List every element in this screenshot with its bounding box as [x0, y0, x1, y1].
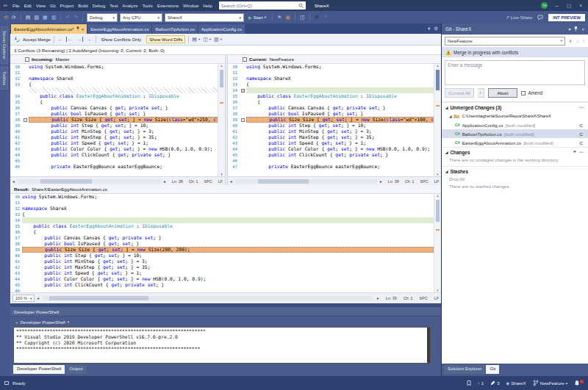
- incoming-scrollbar[interactable]: ▲▼: [218, 64, 225, 176]
- take-change-checkbox[interactable]: [24, 118, 27, 122]
- new-terminal-icon[interactable]: +: [15, 319, 18, 325]
- menu-debug[interactable]: Debug: [90, 4, 108, 8]
- commit-message-input[interactable]: Enter a message: [445, 60, 585, 85]
- close-tab-icon[interactable]: ×: [82, 26, 85, 32]
- tool-tab-git[interactable]: Git: [486, 365, 499, 374]
- notifications-button[interactable]: [574, 380, 584, 386]
- comment-icon[interactable]: ▝: [322, 15, 327, 21]
- panel-close-icon[interactable]: ×: [581, 27, 584, 32]
- result-scrollbar[interactable]: ▲▼: [434, 194, 441, 292]
- current-hscrollbar[interactable]: ◂▸ Ln: 39 Ch: 1 SPC LF: [228, 176, 441, 185]
- menu-tools[interactable]: Tools: [140, 4, 155, 8]
- next-change-icon[interactable]: →: [86, 37, 93, 42]
- build-icon[interactable]: ▣: [284, 15, 291, 21]
- unmerged-more-icon[interactable]: ⋯: [579, 104, 584, 110]
- menu-help[interactable]: Help: [201, 4, 214, 8]
- pin-icon[interactable]: [76, 26, 79, 32]
- start-debug-button[interactable]: ▶ Start▾: [246, 15, 268, 20]
- take-change-checkbox[interactable]: ✓: [241, 89, 245, 93]
- terminal-scrollbar[interactable]: [427, 328, 430, 363]
- startup-project-select[interactable]: ShareX▾: [165, 13, 244, 22]
- take-change-checkbox[interactable]: [241, 118, 245, 122]
- int-preview-button[interactable]: INT PREVIEW: [548, 14, 585, 21]
- branch-button[interactable]: NewFeature ▴: [533, 380, 567, 386]
- nav-forward-icon[interactable]: ⟳: [11, 15, 17, 21]
- stashes-section[interactable]: ◢ Stashes: [442, 166, 588, 176]
- live-share-button[interactable]: ↗ Live Share: [506, 15, 533, 20]
- menu-git[interactable]: Git: [48, 4, 58, 8]
- pin-icon[interactable]: [574, 26, 578, 32]
- solution-config-select[interactable]: Debug▾: [87, 13, 118, 22]
- minimize-button[interactable]: ─: [555, 3, 559, 9]
- panel-tab-output[interactable]: Output: [65, 365, 86, 374]
- tool-tab-solution-explorer[interactable]: Solution Explorer: [444, 365, 485, 374]
- menu-extensions[interactable]: Extensions: [155, 4, 181, 8]
- unmerged-changes-section[interactable]: ◢ Unmerged Changes (3) ⋯: [442, 102, 588, 112]
- menu-test[interactable]: Test: [107, 4, 120, 8]
- menu-edit[interactable]: Edit: [22, 4, 34, 8]
- menu-view[interactable]: View: [34, 4, 48, 8]
- menu-project[interactable]: Project: [58, 4, 76, 8]
- document-tab[interactable]: BalloonTipAction.cs: [152, 24, 197, 34]
- terminal-instance-select[interactable]: Developer PowerShell: [21, 319, 65, 325]
- gear-icon[interactable]: ⚙: [434, 26, 438, 32]
- close-button[interactable]: ×: [579, 3, 582, 9]
- incoming-hscrollbar[interactable]: ◂▸ Ln: 38 Ch: 1 SPC LF: [10, 176, 225, 185]
- changes-more-icon[interactable]: ⋯: [579, 149, 584, 154]
- bookmark-icon[interactable]: ⚑: [314, 15, 320, 21]
- side-tab-server-explorer[interactable]: Server Explorer: [1, 26, 8, 64]
- last-conflict-icon[interactable]: →: [76, 37, 84, 42]
- document-tab[interactable]: EasterEggAboutAnimation.cs: [87, 24, 151, 34]
- tab-overflow-icon[interactable]: ▾: [428, 26, 430, 32]
- show-word-diffs-toggle[interactable]: Show Word Diffs: [146, 35, 185, 43]
- unmerged-file-row[interactable]: C#EasterEggAboutAnimation.cs[both modifi…: [442, 138, 588, 147]
- save-all-icon[interactable]: ▥: [51, 15, 57, 21]
- zoom-select[interactable]: 100 %▾: [12, 295, 35, 302]
- menu-window[interactable]: Window: [181, 4, 201, 8]
- terminal-output[interactable]: ****************************************…: [13, 327, 431, 364]
- panel-tab-developer-powershell[interactable]: Developer PowerShell: [13, 365, 65, 374]
- branch-select[interactable]: NewFeature▾: [445, 37, 565, 46]
- new-project-icon[interactable]: ▤: [25, 15, 32, 21]
- menu-build[interactable]: Build: [76, 4, 90, 8]
- outgoing-commits-button[interactable]: ↑ 1: [478, 380, 484, 386]
- redo-icon[interactable]: ↷: [73, 15, 79, 21]
- push-icon[interactable]: ↑: [583, 38, 586, 44]
- find-in-files-icon[interactable]: ◫: [299, 15, 306, 21]
- repo-path-row[interactable]: ◢ C:\Users\tagherfa\Source\Repos\ShareX\…: [442, 112, 588, 120]
- prev-change-icon[interactable]: ←: [57, 37, 64, 42]
- pull-icon[interactable]: ↓: [576, 38, 579, 44]
- unmerged-file-row[interactable]: C#ApplicationConfig.cs[both modified]C: [442, 120, 588, 129]
- side-tab-toolbox[interactable]: Toolbox: [1, 67, 8, 90]
- pane-layout-button[interactable]: ▥▾: [214, 37, 222, 43]
- accept-merge-button[interactable]: Accept Merge: [23, 37, 51, 42]
- changes-section[interactable]: ◢ Changes + ⋯: [442, 147, 588, 156]
- undo-icon[interactable]: ↶: [65, 15, 71, 21]
- document-tab[interactable]: EasterEggAboutAnimation.cs*×: [11, 24, 87, 34]
- layout-view-button[interactable]: ▤▾: [192, 37, 200, 43]
- compare-view-button[interactable]: ◫▾: [203, 37, 211, 43]
- panel-options-icon[interactable]: ▾: [568, 26, 570, 32]
- add-all-icon[interactable]: +: [573, 149, 577, 154]
- abort-button[interactable]: Abort: [488, 88, 518, 98]
- search-input[interactable]: Search (Ctrl+Q): [219, 1, 306, 10]
- amend-option[interactable]: Amend: [521, 90, 542, 95]
- menu-analyze[interactable]: Analyze: [120, 4, 140, 8]
- bookmark-status-icon[interactable]: [467, 380, 471, 386]
- commit-all-button[interactable]: Commit All: [445, 88, 474, 98]
- maximize-button[interactable]: ▢: [567, 3, 571, 9]
- save-icon[interactable]: ▦: [42, 15, 49, 21]
- nav-back-icon[interactable]: ⟲: [3, 15, 9, 21]
- unmerged-file-row[interactable]: C#BalloonTipAction.cs[both modified]C: [442, 129, 588, 138]
- current-checkbox[interactable]: [243, 57, 247, 62]
- repo-button[interactable]: ◆ ShareX: [506, 380, 526, 386]
- feedback-icon[interactable]: [537, 15, 543, 21]
- amend-checkbox[interactable]: [521, 91, 526, 95]
- menu-file[interactable]: File: [10, 4, 22, 8]
- current-scrollbar[interactable]: ▲▼: [434, 64, 441, 176]
- commit-all-dropdown[interactable]: ▾: [478, 88, 484, 98]
- pending-edits-button[interactable]: 3: [490, 380, 499, 386]
- first-conflict-icon[interactable]: ←: [66, 37, 74, 42]
- incoming-checkbox[interactable]: [25, 57, 29, 62]
- attach-icon[interactable]: ⚑: [276, 15, 282, 21]
